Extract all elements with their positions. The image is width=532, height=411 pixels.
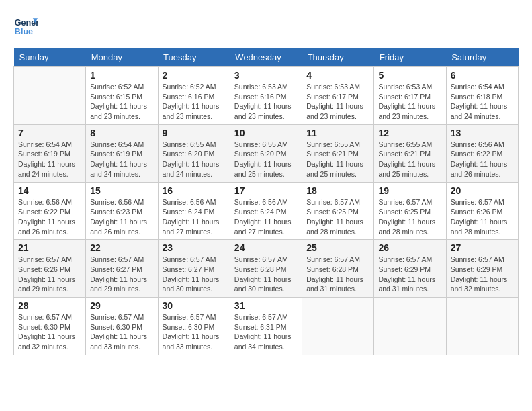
calendar-cell: 14Sunrise: 6:56 AM Sunset: 6:22 PM Dayli… <box>14 182 86 240</box>
day-info: Sunrise: 6:56 AM Sunset: 6:22 PM Dayligh… <box>18 197 81 237</box>
day-number: 29 <box>90 300 153 311</box>
day-number: 25 <box>306 242 369 253</box>
calendar-week-row: 14Sunrise: 6:56 AM Sunset: 6:22 PM Dayli… <box>14 182 519 240</box>
calendar-cell: 13Sunrise: 6:56 AM Sunset: 6:22 PM Dayli… <box>446 124 518 182</box>
calendar-cell <box>446 298 518 355</box>
day-info: Sunrise: 6:57 AM Sunset: 6:25 PM Dayligh… <box>306 197 369 237</box>
day-info: Sunrise: 6:57 AM Sunset: 6:30 PM Dayligh… <box>18 312 81 352</box>
header-tuesday: Tuesday <box>158 48 230 67</box>
day-number: 21 <box>18 242 81 253</box>
day-info: Sunrise: 6:55 AM Sunset: 6:20 PM Dayligh… <box>234 140 298 179</box>
calendar-cell: 16Sunrise: 6:56 AM Sunset: 6:24 PM Dayli… <box>158 182 230 240</box>
day-number: 14 <box>18 185 81 196</box>
day-number: 16 <box>163 185 226 196</box>
calendar-cell: 8Sunrise: 6:54 AM Sunset: 6:19 PM Daylig… <box>86 124 158 182</box>
day-info: Sunrise: 6:57 AM Sunset: 6:29 PM Dayligh… <box>378 255 441 294</box>
calendar-cell <box>302 298 374 355</box>
calendar-cell: 10Sunrise: 6:55 AM Sunset: 6:20 PM Dayli… <box>230 124 302 182</box>
day-number: 15 <box>90 185 153 196</box>
day-number: 12 <box>378 128 441 138</box>
day-info: Sunrise: 6:57 AM Sunset: 6:27 PM Dayligh… <box>163 255 226 294</box>
day-info: Sunrise: 6:53 AM Sunset: 6:17 PM Dayligh… <box>306 82 369 122</box>
calendar-cell: 17Sunrise: 6:56 AM Sunset: 6:24 PM Dayli… <box>230 182 302 240</box>
calendar-cell: 11Sunrise: 6:55 AM Sunset: 6:21 PM Dayli… <box>302 124 374 182</box>
calendar-header-row: SundayMondayTuesdayWednesdayThursdayFrid… <box>14 48 519 67</box>
calendar-cell: 9Sunrise: 6:55 AM Sunset: 6:20 PM Daylig… <box>158 124 230 182</box>
day-number: 3 <box>234 70 298 81</box>
day-number: 4 <box>306 70 369 81</box>
calendar-cell: 1Sunrise: 6:52 AM Sunset: 6:15 PM Daylig… <box>86 67 158 125</box>
header-saturday: Saturday <box>446 48 518 67</box>
calendar-cell: 24Sunrise: 6:57 AM Sunset: 6:28 PM Dayli… <box>230 240 302 298</box>
day-info: Sunrise: 6:57 AM Sunset: 6:28 PM Dayligh… <box>234 255 298 294</box>
calendar-cell: 31Sunrise: 6:57 AM Sunset: 6:31 PM Dayli… <box>230 298 302 355</box>
calendar-cell <box>14 67 86 125</box>
day-info: Sunrise: 6:57 AM Sunset: 6:26 PM Dayligh… <box>18 255 81 294</box>
day-number: 13 <box>451 128 514 138</box>
day-info: Sunrise: 6:54 AM Sunset: 6:19 PM Dayligh… <box>90 140 153 179</box>
day-number: 1 <box>90 70 153 81</box>
day-info: Sunrise: 6:57 AM Sunset: 6:31 PM Dayligh… <box>234 312 298 352</box>
day-number: 8 <box>90 128 153 138</box>
page-header: General Blue <box>13 13 519 38</box>
calendar-cell: 30Sunrise: 6:57 AM Sunset: 6:30 PM Dayli… <box>158 298 230 355</box>
calendar-cell: 21Sunrise: 6:57 AM Sunset: 6:26 PM Dayli… <box>14 240 86 298</box>
day-info: Sunrise: 6:55 AM Sunset: 6:20 PM Dayligh… <box>163 140 226 179</box>
header-friday: Friday <box>374 48 446 67</box>
calendar-cell: 28Sunrise: 6:57 AM Sunset: 6:30 PM Dayli… <box>14 298 86 355</box>
header-sunday: Sunday <box>14 48 86 67</box>
day-number: 5 <box>378 70 441 81</box>
day-number: 31 <box>234 300 298 311</box>
day-number: 20 <box>451 185 514 196</box>
calendar-cell: 23Sunrise: 6:57 AM Sunset: 6:27 PM Dayli… <box>158 240 230 298</box>
calendar-cell: 19Sunrise: 6:57 AM Sunset: 6:25 PM Dayli… <box>374 182 446 240</box>
day-info: Sunrise: 6:56 AM Sunset: 6:23 PM Dayligh… <box>90 197 153 237</box>
day-number: 19 <box>378 185 441 196</box>
day-number: 26 <box>378 242 441 253</box>
day-number: 10 <box>234 128 298 138</box>
day-info: Sunrise: 6:53 AM Sunset: 6:17 PM Dayligh… <box>378 82 441 122</box>
day-info: Sunrise: 6:57 AM Sunset: 6:28 PM Dayligh… <box>306 255 369 294</box>
calendar-cell: 15Sunrise: 6:56 AM Sunset: 6:23 PM Dayli… <box>86 182 158 240</box>
day-number: 7 <box>18 128 81 138</box>
day-number: 18 <box>306 185 369 196</box>
calendar-cell: 7Sunrise: 6:54 AM Sunset: 6:19 PM Daylig… <box>14 124 86 182</box>
calendar-cell: 29Sunrise: 6:57 AM Sunset: 6:30 PM Dayli… <box>86 298 158 355</box>
logo: General Blue <box>13 13 42 38</box>
day-info: Sunrise: 6:57 AM Sunset: 6:25 PM Dayligh… <box>378 197 441 237</box>
calendar-cell: 3Sunrise: 6:53 AM Sunset: 6:16 PM Daylig… <box>230 67 302 125</box>
day-info: Sunrise: 6:55 AM Sunset: 6:21 PM Dayligh… <box>378 140 441 179</box>
day-number: 6 <box>451 70 514 81</box>
day-info: Sunrise: 6:55 AM Sunset: 6:21 PM Dayligh… <box>306 140 369 179</box>
day-info: Sunrise: 6:57 AM Sunset: 6:26 PM Dayligh… <box>451 197 514 237</box>
day-number: 28 <box>18 300 81 311</box>
calendar-cell: 5Sunrise: 6:53 AM Sunset: 6:17 PM Daylig… <box>374 67 446 125</box>
day-number: 17 <box>234 185 298 196</box>
day-number: 24 <box>234 242 298 253</box>
calendar-cell: 27Sunrise: 6:57 AM Sunset: 6:29 PM Dayli… <box>446 240 518 298</box>
calendar-cell <box>374 298 446 355</box>
calendar-cell: 12Sunrise: 6:55 AM Sunset: 6:21 PM Dayli… <box>374 124 446 182</box>
day-info: Sunrise: 6:57 AM Sunset: 6:30 PM Dayligh… <box>163 312 226 352</box>
logo-icon: General Blue <box>13 13 38 38</box>
day-number: 11 <box>306 128 369 138</box>
calendar-week-row: 21Sunrise: 6:57 AM Sunset: 6:26 PM Dayli… <box>14 240 519 298</box>
header-monday: Monday <box>86 48 158 67</box>
day-info: Sunrise: 6:57 AM Sunset: 6:27 PM Dayligh… <box>90 255 153 294</box>
day-number: 30 <box>163 300 226 311</box>
day-info: Sunrise: 6:52 AM Sunset: 6:16 PM Dayligh… <box>163 82 226 122</box>
day-number: 2 <box>163 70 226 81</box>
calendar-cell: 25Sunrise: 6:57 AM Sunset: 6:28 PM Dayli… <box>302 240 374 298</box>
calendar-cell: 20Sunrise: 6:57 AM Sunset: 6:26 PM Dayli… <box>446 182 518 240</box>
day-number: 22 <box>90 242 153 253</box>
calendar-cell: 2Sunrise: 6:52 AM Sunset: 6:16 PM Daylig… <box>158 67 230 125</box>
day-info: Sunrise: 6:56 AM Sunset: 6:22 PM Dayligh… <box>451 140 514 179</box>
day-number: 23 <box>163 242 226 253</box>
day-info: Sunrise: 6:54 AM Sunset: 6:19 PM Dayligh… <box>18 140 81 179</box>
day-info: Sunrise: 6:56 AM Sunset: 6:24 PM Dayligh… <box>234 197 298 237</box>
day-number: 27 <box>451 242 514 253</box>
calendar-week-row: 7Sunrise: 6:54 AM Sunset: 6:19 PM Daylig… <box>14 124 519 182</box>
svg-text:Blue: Blue <box>15 27 33 36</box>
day-info: Sunrise: 6:52 AM Sunset: 6:15 PM Dayligh… <box>90 82 153 122</box>
header-wednesday: Wednesday <box>230 48 302 67</box>
